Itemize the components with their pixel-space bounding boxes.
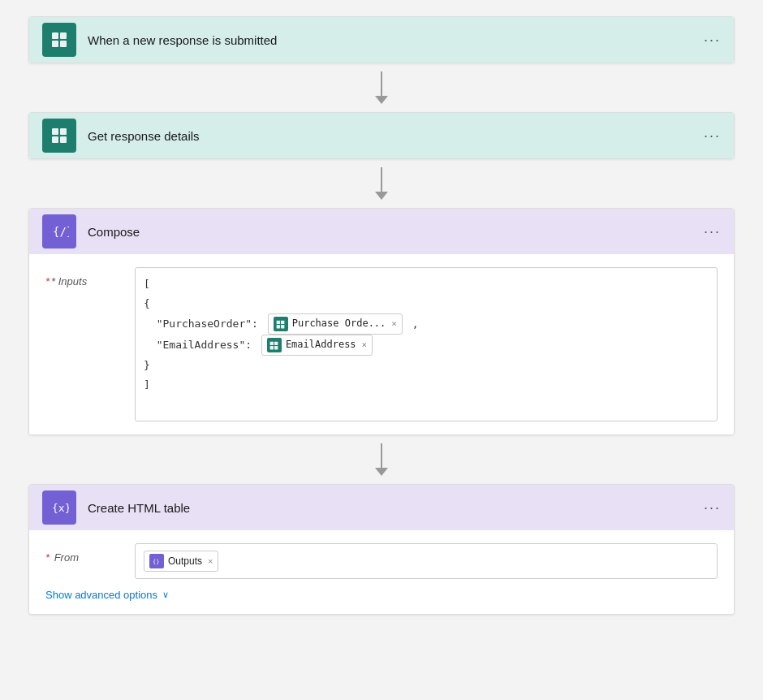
outputs-token-close[interactable]: ×	[208, 556, 213, 566]
svg-rect-13	[270, 341, 274, 344]
outputs-token[interactable]: {} Outputs ×	[144, 551, 218, 572]
purchase-order-token-label: Purchase Orde...	[292, 315, 386, 333]
outputs-token-label: Outputs	[168, 555, 202, 567]
svg-rect-14	[274, 341, 278, 344]
step-menu-2[interactable]: ···	[704, 127, 721, 145]
svg-rect-7	[60, 136, 67, 143]
connector-3	[375, 435, 388, 484]
step-card-4: {x} Create HTML table ··· * From {}	[28, 484, 735, 615]
step-body-htmltable: * From {} Outputs × Show advanced	[29, 530, 734, 614]
step-title-4: Create HTML table	[88, 501, 704, 515]
svg-rect-2	[52, 41, 58, 47]
svg-rect-16	[274, 346, 278, 349]
step-body-compose: ** Inputs [ { "PurchaseOrder":	[29, 254, 734, 434]
connector-2	[375, 159, 388, 208]
step-title-1: When a new response is submitted	[88, 33, 704, 47]
svg-rect-4	[52, 128, 58, 135]
step-header-3: {/} Compose ···	[29, 209, 734, 254]
purchase-order-token-icon	[274, 317, 288, 331]
step-header-2: Get response details ···	[29, 113, 734, 158]
step-header-1: When a new response is submitted ···	[29, 17, 734, 63]
flow-canvas: When a new response is submitted ··· Get…	[16, 16, 747, 615]
compose-line-2: {	[144, 294, 150, 313]
step-header-4: {x} Create HTML table ···	[29, 485, 734, 530]
step-title-2: Get response details	[88, 129, 704, 143]
step-card-1: When a new response is submitted ···	[28, 16, 735, 63]
email-address-token-label: EmailAddress	[286, 336, 356, 354]
htmltable-field-label: * From	[45, 543, 119, 564]
compose-line-5: }	[144, 356, 150, 375]
htmltable-field-row: * From {} Outputs ×	[45, 543, 718, 579]
step-menu-4[interactable]: ···	[704, 499, 721, 516]
outputs-token-icon: {}	[149, 554, 164, 568]
show-advanced-options[interactable]: Show advanced options ∨	[45, 589, 718, 601]
compose-line-3: "PurchaseOrder": Purchase Orde..	[144, 313, 419, 335]
step-menu-1[interactable]: ···	[704, 32, 721, 49]
step-icon-2	[42, 119, 76, 153]
compose-field-label: ** Inputs	[45, 267, 119, 287]
compose-field-row: ** Inputs [ { "PurchaseOrder":	[45, 267, 718, 421]
email-address-token[interactable]: EmailAddress ×	[261, 335, 373, 356]
step-card-2: Get response details ···	[28, 112, 735, 159]
svg-rect-10	[281, 320, 284, 323]
purchase-order-token[interactable]: Purchase Orde... ×	[268, 313, 403, 335]
svg-text:{x}: {x}	[52, 502, 69, 514]
email-address-token-icon	[267, 338, 282, 352]
step-icon-4: {x}	[42, 490, 76, 525]
svg-rect-6	[52, 136, 58, 143]
svg-rect-0	[52, 32, 58, 39]
chevron-down-icon: ∨	[162, 590, 169, 600]
email-address-token-close[interactable]: ×	[362, 337, 368, 353]
svg-rect-9	[277, 320, 280, 323]
step-title-3: Compose	[88, 225, 704, 239]
step-card-3: {/} Compose ··· ** Inputs [ {	[28, 208, 735, 435]
purchase-order-token-close[interactable]: ×	[391, 316, 397, 332]
svg-rect-11	[277, 325, 280, 328]
step-icon-1	[42, 23, 76, 57]
compose-line-1: [	[144, 274, 150, 294]
compose-line-4: "EmailAddress": EmailAddress	[144, 335, 373, 356]
svg-rect-5	[60, 128, 67, 135]
svg-rect-3	[60, 41, 67, 47]
compose-line-6: ]	[144, 375, 150, 395]
svg-rect-1	[60, 32, 67, 39]
svg-text:{}: {}	[153, 558, 159, 565]
svg-rect-12	[281, 325, 284, 328]
step-menu-3[interactable]: ···	[704, 223, 721, 240]
step-icon-3: {/}	[42, 214, 76, 248]
connector-1	[375, 63, 388, 112]
svg-rect-15	[270, 346, 274, 349]
svg-text:{/}: {/}	[53, 225, 69, 238]
compose-input-area[interactable]: [ { "PurchaseOrder":	[135, 267, 718, 421]
htmltable-from-input[interactable]: {} Outputs ×	[135, 543, 718, 579]
